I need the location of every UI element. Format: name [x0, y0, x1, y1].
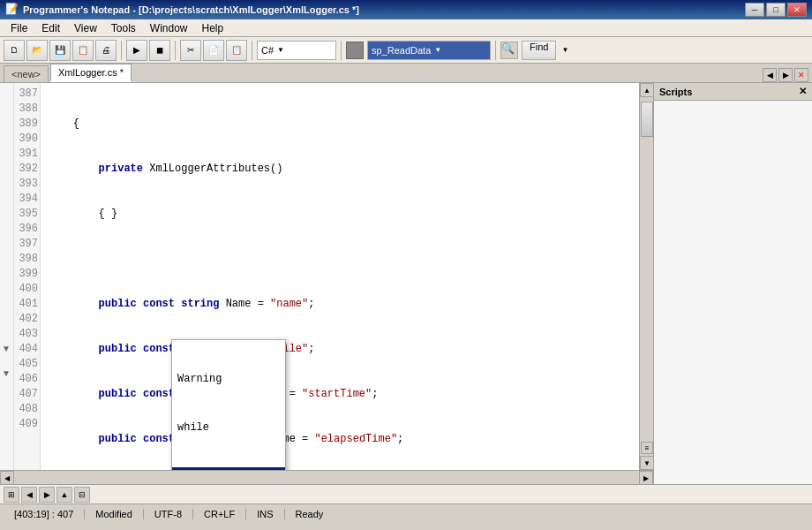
run-button[interactable]: ▶ [126, 40, 147, 61]
folder-tree [654, 101, 812, 484]
new-button[interactable]: 🗋 [4, 40, 25, 61]
title-bar-text: Programmer's Notepad - [D:\projects\scra… [23, 4, 745, 15]
tab-prev-button[interactable]: ◀ [763, 68, 777, 82]
hscroll-track[interactable] [14, 471, 639, 484]
find-button[interactable]: Find [522, 41, 556, 60]
close-button[interactable]: ✕ [787, 3, 807, 17]
btm-btn-5[interactable]: ⊟ [74, 487, 90, 503]
status-insert-mode: INS [246, 509, 284, 519]
lang-dropdown-arrow: ▼ [277, 46, 284, 54]
scroll-bottom-icon[interactable]: ≡ [641, 442, 653, 454]
toolbar-sep-2 [175, 41, 176, 60]
tab-new[interactable]: <new> [4, 65, 49, 82]
editor-container: ▼ ▼ 387 388 389 390 391 392 393 394 395 … [0, 83, 653, 484]
print-button[interactable]: 🖨 [95, 40, 117, 61]
ac-item-while[interactable]: while [172, 419, 285, 437]
scroll-up-button[interactable]: ▲ [640, 83, 653, 97]
save-all-button[interactable]: 📋 [72, 40, 94, 61]
copy-button[interactable]: 📄 [203, 40, 224, 61]
scroll-left-button[interactable]: ◀ [0, 471, 14, 484]
menu-tools[interactable]: Tools [104, 20, 143, 36]
menu-edit[interactable]: Edit [34, 20, 67, 36]
tab-close-button[interactable]: ✕ [794, 68, 808, 82]
scripts-header: Scripts ✕ [654, 83, 812, 101]
menu-file[interactable]: File [4, 20, 34, 36]
menu-bar: File Edit View Tools Window Help [0, 19, 812, 37]
main-area: ▼ ▼ 387 388 389 390 391 392 393 394 395 … [0, 83, 812, 484]
tab-bar: <new> XmlLogger.cs * ◀ ▶ ✕ [0, 64, 812, 83]
scroll-track[interactable]: ≡ [640, 97, 653, 456]
status-modified: Modified [85, 509, 144, 519]
toolbar: 🗋 📂 💾 📋 🖨 ▶ ◼ ✂ 📄 📋 C# ▼ sp_ReadData ▼ 🔍… [0, 37, 812, 64]
toolbar-sep-5 [495, 41, 496, 60]
status-line-ending: CR+LF [193, 509, 246, 519]
code-line: public const string File = "file"; [48, 342, 632, 357]
title-bar-buttons: ─ □ ✕ [745, 3, 807, 17]
status-bar: [403:19] : 407 Modified UTF-8 CR+LF INS … [0, 504, 812, 523]
fold-button-2[interactable]: ▼ [2, 368, 11, 378]
horizontal-scrollbar[interactable]: ◀ ▶ [0, 470, 653, 484]
func-dropdown-arrow: ▼ [434, 46, 441, 54]
find-dropdown-arrow[interactable]: ▼ [561, 46, 568, 54]
line-numbers: 387 388 389 390 391 392 393 394 395 396 … [14, 83, 41, 470]
code-line: public const string Name = "name"; [48, 297, 632, 312]
save-button[interactable]: 💾 [49, 40, 71, 61]
scripts-title: Scripts [659, 87, 692, 97]
fold-button-1[interactable]: ▼ [2, 344, 11, 353]
code-line: { } [48, 207, 632, 222]
toolbar-sep-4 [341, 41, 342, 60]
code-line: public const string ElapsedTime = "elaps… [48, 432, 632, 447]
ac-item-writemessage[interactable]: WriteMessage [172, 467, 285, 470]
status-encoding: UTF-8 [144, 509, 193, 519]
title-bar: 📝 Programmer's Notepad - [D:\projects\sc… [0, 0, 812, 19]
toolbar-sep-1 [121, 41, 122, 60]
btm-btn-3[interactable]: ▶ [39, 487, 55, 503]
code-line: public const string StartTime = "startTi… [48, 387, 632, 402]
menu-view[interactable]: View [67, 20, 104, 36]
status-ready: Ready [285, 509, 335, 519]
code-line: { [48, 117, 632, 132]
function-dropdown[interactable]: sp_ReadData ▼ [367, 41, 491, 60]
tab-navigation: ◀ ▶ ✕ [763, 68, 808, 82]
scroll-right-button[interactable]: ▶ [639, 471, 653, 484]
tab-next-button[interactable]: ▶ [778, 68, 793, 82]
minimize-button[interactable]: ─ [745, 3, 764, 17]
menu-window[interactable]: Window [143, 20, 195, 36]
autocomplete-popup[interactable]: Warning while WriteMessage [171, 339, 286, 470]
btm-btn-1[interactable]: ⊞ [4, 487, 19, 503]
scroll-thumb[interactable] [641, 102, 653, 137]
btm-btn-2[interactable]: ◀ [21, 487, 37, 503]
btm-btn-4[interactable]: ▲ [56, 487, 72, 503]
menu-help[interactable]: Help [195, 20, 231, 36]
code-area[interactable]: { private XmlLoggerAttributes() { } publ… [41, 83, 639, 470]
maximize-button[interactable]: □ [766, 3, 786, 17]
bottom-toolbar: ⊞ ◀ ▶ ▲ ⊟ [0, 484, 812, 504]
code-line: private XmlLoggerAttributes() [48, 162, 632, 177]
open-button[interactable]: 📂 [26, 40, 48, 61]
paste-button[interactable]: 📋 [226, 40, 247, 61]
vertical-scrollbar[interactable]: ▲ ≡ ▼ [639, 83, 653, 470]
cut-button[interactable]: ✂ [180, 40, 201, 61]
toolbar-sep-3 [252, 41, 252, 60]
scripts-panel: Scripts ✕ [653, 83, 812, 484]
ac-item-warning[interactable]: Warning [172, 370, 285, 389]
scripts-close-button[interactable]: ✕ [799, 86, 807, 97]
stop-button[interactable]: ◼ [149, 40, 170, 61]
fold-margin: ▼ ▼ [0, 83, 14, 470]
tab-xmllogger[interactable]: XmlLogger.cs * [50, 64, 132, 82]
status-position: [403:19] : 407 [4, 509, 85, 519]
language-dropdown[interactable]: C# ▼ [257, 41, 336, 60]
toolbar-icon [346, 42, 364, 59]
editor-scroll-area: ▼ ▼ 387 388 389 390 391 392 393 394 395 … [0, 83, 653, 470]
scroll-down-button[interactable]: ▼ [640, 456, 653, 470]
app-icon: 📝 [5, 3, 19, 17]
bottom-icons: ⊞ ◀ ▶ ▲ ⊟ [4, 487, 90, 503]
code-line [48, 252, 632, 267]
find-icon: 🔍 [500, 42, 518, 59]
